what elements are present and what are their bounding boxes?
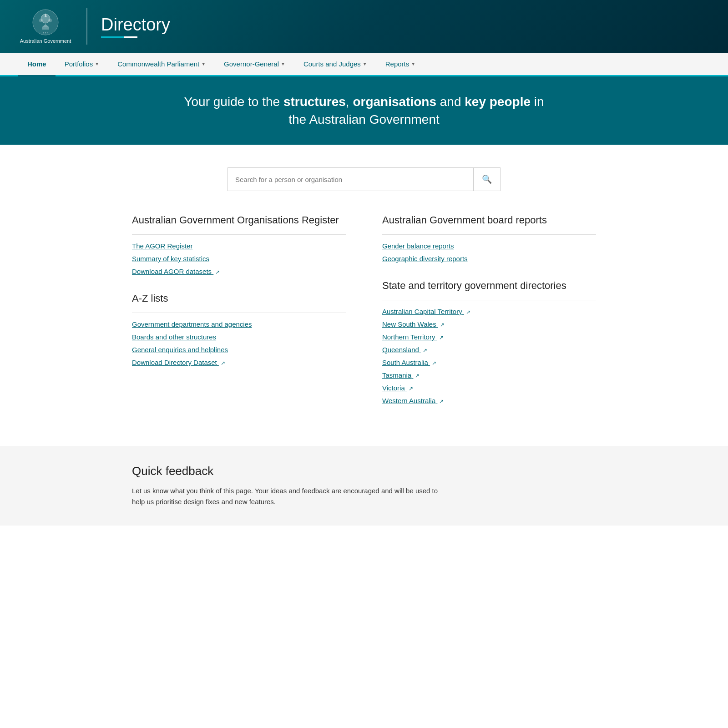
key-statistics-link[interactable]: Summary of key statistics (132, 255, 209, 263)
external-link-icon: ↗ (439, 334, 444, 341)
reports-arrow-icon: ▼ (411, 61, 415, 66)
agor-links: The AGOR Register Summary of key statist… (132, 242, 346, 276)
nav-courts-judges[interactable]: Courts and Judges ▼ (294, 53, 376, 76)
parliament-arrow-icon: ▼ (201, 61, 206, 66)
site-header: ✦ ✦ ✦ Australian Government Directory (0, 0, 728, 53)
vic-link[interactable]: Victoria ↗ (382, 384, 413, 392)
left-column: Australian Government Organisations Regi… (132, 214, 346, 404)
nav-governor-general[interactable]: Governor-General ▼ (215, 53, 294, 76)
main-content: 🔍 Australian Government Organisations Re… (114, 145, 614, 427)
external-link-icon: ↗ (215, 269, 220, 275)
list-item: General enquiries and helplines (132, 346, 346, 354)
general-enquiries-link[interactable]: General enquiries and helplines (132, 346, 228, 354)
boards-structures-link[interactable]: Boards and other structures (132, 333, 216, 341)
underline-teal (101, 36, 124, 38)
government-label: Australian Government (20, 38, 71, 44)
list-item: Boards and other structures (132, 333, 346, 341)
state-territory-section: State and territory government directori… (382, 279, 596, 405)
download-directory-link[interactable]: Download Directory Dataset ↗ (132, 359, 225, 366)
geographic-diversity-link[interactable]: Geographic diversity reports (382, 255, 468, 263)
agor-register-link[interactable]: The AGOR Register (132, 242, 192, 250)
list-item: New South Wales ↗ (382, 320, 596, 329)
feedback-section: Quick feedback Let us know what you thin… (0, 446, 728, 526)
list-item: Tasmania ↗ (382, 371, 596, 379)
svg-point-6 (48, 19, 52, 22)
list-item: South Australia ↗ (382, 359, 596, 367)
gender-balance-link[interactable]: Gender balance reports (382, 242, 454, 250)
az-divider (132, 313, 346, 313)
act-link[interactable]: Australian Capital Territory ↗ (382, 308, 470, 315)
list-item: Summary of key statistics (132, 255, 346, 263)
list-item: The AGOR Register (132, 242, 346, 250)
sa-link[interactable]: South Australia ↗ (382, 359, 436, 366)
nav-commonwealth-parliament[interactable]: Commonwealth Parliament ▼ (108, 53, 215, 76)
main-nav: Home Portfolios ▼ Commonwealth Parliamen… (0, 53, 728, 76)
external-link-icon: ↗ (415, 373, 420, 379)
feedback-title: Quick feedback (132, 464, 596, 478)
list-item: Download AGOR datasets ↗ (132, 268, 346, 276)
portfolios-arrow-icon: ▼ (95, 61, 99, 66)
download-agor-link[interactable]: Download AGOR datasets ↗ (132, 268, 220, 275)
svg-text:✦ ✦ ✦: ✦ ✦ ✦ (42, 31, 49, 34)
list-item: Geographic diversity reports (382, 255, 596, 263)
external-link-icon: ↗ (439, 398, 444, 404)
nav-reports[interactable]: Reports ▼ (376, 53, 425, 76)
external-link-icon: ↗ (409, 385, 413, 392)
wa-link[interactable]: Western Australia ↗ (382, 397, 444, 404)
list-item: Gender balance reports (382, 242, 596, 250)
external-link-icon: ↗ (221, 360, 225, 366)
nt-link[interactable]: Northern Territory ↗ (382, 333, 444, 341)
qld-link[interactable]: Queensland ↗ (382, 346, 427, 354)
agor-divider (132, 234, 346, 235)
nav-portfolios[interactable]: Portfolios ▼ (56, 53, 108, 76)
hero-section: Your guide to the structures, organisati… (0, 76, 728, 145)
header-title-area: Directory (101, 15, 170, 38)
search-input[interactable] (228, 168, 473, 191)
state-territory-divider (382, 300, 596, 300)
external-link-icon: ↗ (432, 360, 436, 366)
agor-section: Australian Government Organisations Regi… (132, 214, 346, 276)
search-box: 🔍 (228, 167, 500, 191)
search-container: 🔍 (132, 167, 596, 191)
nav-home[interactable]: Home (18, 53, 56, 76)
nsw-link[interactable]: New South Wales ↗ (382, 320, 445, 328)
list-item: Queensland ↗ (382, 346, 596, 354)
state-territory-links: Australian Capital Territory ↗ New South… (382, 308, 596, 405)
list-item: Australian Capital Territory ↗ (382, 308, 596, 316)
external-link-icon: ↗ (440, 322, 445, 328)
search-button[interactable]: 🔍 (473, 168, 500, 191)
content-grid: Australian Government Organisations Regi… (132, 214, 596, 404)
right-column: Australian Government board reports Gend… (382, 214, 596, 404)
external-link-icon: ↗ (466, 309, 470, 315)
govt-departments-link[interactable]: Government departments and agencies (132, 320, 252, 328)
list-item: Western Australia ↗ (382, 397, 596, 405)
agor-section-title: Australian Government Organisations Regi… (132, 214, 346, 227)
az-section-title: A-Z lists (132, 292, 346, 305)
hero-text: Your guide to the structures, organisati… (182, 93, 546, 128)
list-item: Victoria ↗ (382, 384, 596, 392)
underline-white (124, 36, 137, 38)
site-title: Directory (101, 15, 170, 35)
board-reports-links: Gender balance reports Geographic divers… (382, 242, 596, 263)
tas-link[interactable]: Tasmania ↗ (382, 371, 420, 379)
header-divider (86, 8, 87, 45)
board-reports-section: Australian Government board reports Gend… (382, 214, 596, 263)
logo-area: ✦ ✦ ✦ Australian Government (18, 9, 73, 44)
board-reports-divider (382, 234, 596, 235)
search-icon: 🔍 (482, 175, 492, 184)
board-reports-title: Australian Government board reports (382, 214, 596, 227)
az-links: Government departments and agencies Boar… (132, 320, 346, 367)
courts-arrow-icon: ▼ (363, 61, 367, 66)
list-item: Government departments and agencies (132, 320, 346, 329)
governor-arrow-icon: ▼ (281, 61, 285, 66)
az-section: A-Z lists Government departments and age… (132, 292, 346, 367)
title-underline (101, 36, 170, 38)
coat-of-arms-icon: ✦ ✦ ✦ (32, 9, 59, 36)
list-item: Northern Territory ↗ (382, 333, 596, 341)
state-territory-title: State and territory government directori… (382, 279, 596, 293)
svg-rect-4 (42, 27, 49, 30)
external-link-icon: ↗ (423, 347, 427, 354)
svg-point-5 (39, 19, 43, 22)
list-item: Download Directory Dataset ↗ (132, 359, 346, 367)
feedback-text: Let us know what you think of this page.… (132, 485, 450, 507)
